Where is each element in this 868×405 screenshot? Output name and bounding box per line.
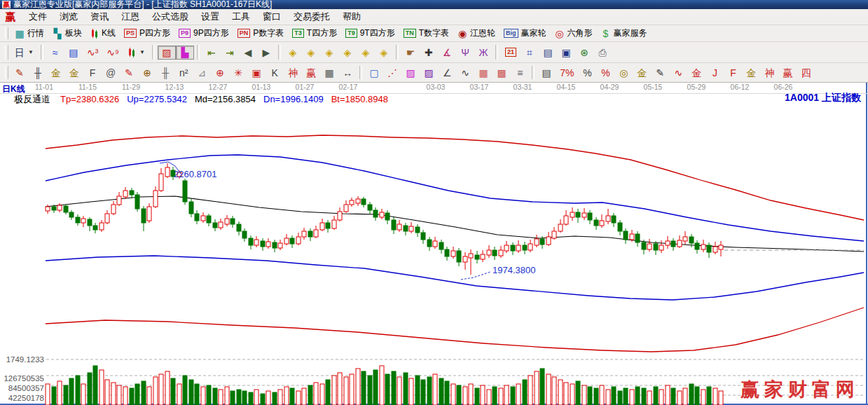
- menu-formula-stock-pick[interactable]: 公式选股: [146, 10, 195, 23]
- draw-f-angle[interactable]: F: [724, 66, 742, 80]
- tool-quotes[interactable]: ▦行情: [11, 25, 48, 41]
- draw-zigzag[interactable]: ∿: [456, 66, 474, 80]
- tool-t-square[interactable]: T3T四方形: [288, 25, 341, 41]
- nav-prev-page[interactable]: ◀: [239, 46, 257, 60]
- draw-gold-grid-1[interactable]: 金: [47, 66, 65, 80]
- menu-tools[interactable]: 工具: [226, 10, 256, 23]
- nav-candle-style[interactable]: ▼: [123, 46, 149, 60]
- nav-print[interactable]: ⎙: [593, 46, 612, 60]
- tool-sectors[interactable]: ▚板块: [48, 25, 86, 41]
- nav-crosshair[interactable]: ✚: [420, 46, 438, 60]
- nav-next-page[interactable]: ▶: [257, 46, 275, 60]
- draw-box-x-magenta[interactable]: ▨: [401, 66, 420, 80]
- draw-angle-lines[interactable]: ∠: [438, 66, 456, 80]
- tool-kline[interactable]: K线: [86, 25, 120, 41]
- tool-p-square[interactable]: PSP四方形: [120, 25, 174, 41]
- nav-wave-9[interactable]: ∿⁹: [102, 46, 123, 60]
- draw-si-angle[interactable]: 四: [797, 66, 815, 80]
- draw-web-square[interactable]: ▣: [247, 66, 266, 80]
- draw-ying-angle[interactable]: 赢: [778, 66, 797, 80]
- draw-percent-line[interactable]: %: [596, 66, 614, 80]
- draw-red-wave[interactable]: ∿: [669, 66, 687, 80]
- nav-zoom-in[interactable]: ◈: [338, 46, 357, 60]
- tool-t-number-table[interactable]: TNT数字表: [399, 25, 453, 41]
- draw-gold-angle[interactable]: 金: [742, 66, 760, 80]
- nav-calculator[interactable]: ⌗: [521, 46, 539, 60]
- volume-bar: [445, 381, 449, 405]
- menu-window[interactable]: 窗口: [256, 10, 287, 23]
- nav-pattern-tool[interactable]: ▨: [158, 46, 176, 60]
- draw-h-expand[interactable]: ↔: [338, 66, 357, 80]
- menu-help[interactable]: 帮助: [336, 10, 367, 23]
- nav-quote-list[interactable]: ▤: [64, 46, 83, 60]
- draw-ruler-grid[interactable]: ╫: [156, 66, 174, 80]
- draw-percent[interactable]: %: [578, 66, 596, 80]
- draw-circle-target[interactable]: ⊕: [211, 66, 229, 80]
- menu-news[interactable]: 资讯: [84, 10, 115, 23]
- menu-file[interactable]: 文件: [22, 10, 53, 23]
- nav-zoom-out-h[interactable]: ◈: [284, 46, 302, 60]
- nav-first-page[interactable]: ⇤: [202, 46, 221, 60]
- tool-9p-square[interactable]: P99P四方形: [174, 25, 233, 41]
- nav-volume-profile[interactable]: ▙: [176, 46, 194, 60]
- nav-zoom-out[interactable]: ◈: [320, 46, 338, 60]
- draw-fan-lines[interactable]: ⋰: [383, 66, 401, 80]
- candle-body: [671, 241, 675, 247]
- menu-browse[interactable]: 浏览: [53, 10, 84, 23]
- tool-winner-wheel[interactable]: Big赢家轮: [500, 25, 551, 41]
- draw-spiral[interactable]: @: [102, 66, 120, 80]
- tool-hexagon[interactable]: ◎六角形: [551, 25, 597, 41]
- draw-flag-angle[interactable]: ⊿: [193, 66, 211, 80]
- menu-gann[interactable]: 江恩: [115, 10, 146, 23]
- nav-zoom-in-h[interactable]: ◈: [302, 46, 320, 60]
- nav-export[interactable]: ⊛: [575, 46, 593, 60]
- menu-settings[interactable]: 设置: [195, 10, 226, 23]
- draw-k-mark[interactable]: Κ: [266, 66, 284, 80]
- draw-shen-angle[interactable]: 神: [760, 66, 778, 80]
- nav-save[interactable]: ▣: [557, 46, 575, 60]
- nav-gann-shape-2[interactable]: Ж: [474, 46, 492, 60]
- pen-flag-icon: ✎: [655, 68, 665, 78]
- nav-channel-tool[interactable]: ≈: [46, 46, 64, 60]
- tool-gann-wheel[interactable]: ◉江恩轮: [453, 25, 500, 41]
- chart-panel[interactable]: 11-0111-1511-2912-1312-2701-1301-2702-17…: [0, 83, 868, 405]
- nav-last-page[interactable]: ⇥: [221, 46, 239, 60]
- draw-percent-7[interactable]: 7%: [556, 66, 578, 80]
- tool-9t-square[interactable]: T99T四方形: [341, 25, 399, 41]
- draw-ying-grid[interactable]: 赢: [302, 66, 320, 80]
- nav-pan-hand[interactable]: ☛: [401, 46, 420, 60]
- draw-pen[interactable]: ✎: [11, 66, 29, 80]
- nav-window-layout[interactable]: 日▼: [11, 46, 38, 60]
- draw-shen-grid[interactable]: 神: [284, 66, 302, 80]
- tool-winner-service[interactable]: $赢家服务: [597, 25, 652, 41]
- draw-box-x-purple[interactable]: ▨: [420, 66, 438, 80]
- nav-notes[interactable]: ▤: [539, 46, 557, 60]
- draw-f-grid[interactable]: F: [83, 66, 102, 80]
- draw-gold-circle[interactable]: ◎: [614, 66, 633, 80]
- draw-web-star[interactable]: ✳: [229, 66, 247, 80]
- nav-wave-3[interactable]: ∿³: [83, 46, 102, 60]
- draw-blue-box[interactable]: ▢: [365, 66, 383, 80]
- draw-red-pen[interactable]: ✎: [120, 66, 138, 80]
- draw-gold-grid-2[interactable]: 金: [65, 66, 83, 80]
- draw-slant-lines[interactable]: ≡: [511, 66, 529, 80]
- draw-red-grid-1[interactable]: ▦: [474, 66, 492, 80]
- draw-pen-flag[interactable]: ✎: [651, 66, 669, 80]
- draw-red-grid-2[interactable]: ▩: [492, 66, 511, 80]
- draw-grid-small[interactable]: ╫: [29, 66, 47, 80]
- tool-p-number-table[interactable]: PNP数字表: [233, 25, 289, 41]
- kline-chart-canvas[interactable]: 11-0111-1511-2912-1312-2701-1301-2702-17…: [0, 83, 868, 405]
- nav-zoom-fit[interactable]: ◈: [375, 46, 393, 60]
- nav-zoom-vertical[interactable]: ◈: [357, 46, 375, 60]
- draw-dense-grid[interactable]: ▦: [320, 66, 338, 80]
- nav-gann-shape-1[interactable]: Ψ: [456, 46, 474, 60]
- draw-n-squared[interactable]: n²: [174, 66, 193, 80]
- draw-time-gauge[interactable]: ⊕: [138, 66, 156, 80]
- draw-j-angle[interactable]: J: [705, 66, 724, 80]
- draw-gold-red[interactable]: 金: [687, 66, 705, 80]
- menu-trade-order[interactable]: 交易委托: [287, 10, 336, 23]
- draw-gold-line[interactable]: 金: [633, 66, 651, 80]
- draw-price-scale[interactable]: ▤: [537, 66, 556, 80]
- nav-angle-measure[interactable]: ∡: [438, 46, 456, 60]
- nav-calendar[interactable]: 21: [501, 46, 521, 59]
